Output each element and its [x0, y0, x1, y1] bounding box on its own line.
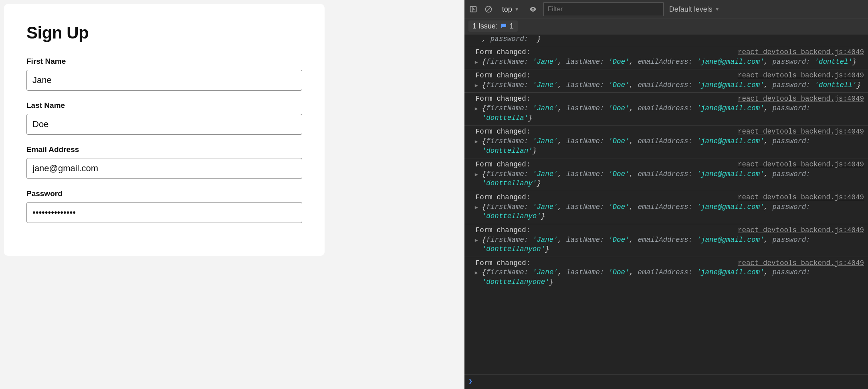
- prompt-caret-icon: ❯: [468, 377, 473, 385]
- chevron-down-icon: ▼: [715, 6, 720, 12]
- issues-count: 1: [510, 21, 514, 31]
- console-log-entry: react_devtools_backend.js:4049Form chang…: [464, 224, 868, 257]
- log-source-link[interactable]: react_devtools_backend.js:4049: [738, 259, 864, 268]
- first-name-label: First Name: [26, 57, 302, 66]
- field-last-name: Last Name: [26, 101, 302, 135]
- email-label: Email Address: [26, 145, 302, 154]
- field-first-name: First Name: [26, 57, 302, 91]
- app-page: Sign Up First Name Last Name Email Addre…: [0, 0, 464, 389]
- log-source-link[interactable]: react_devtools_backend.js:4049: [738, 226, 864, 235]
- log-object[interactable]: ▶{firstName: 'Jane', lastName: 'Doe', em…: [476, 137, 864, 156]
- first-name-input[interactable]: [26, 70, 302, 91]
- log-object[interactable]: ▶{firstName: 'Jane', lastName: 'Doe', em…: [476, 203, 864, 221]
- execution-context-selector[interactable]: top ▼: [499, 3, 523, 16]
- svg-line-3: [486, 7, 491, 11]
- log-object[interactable]: ▶{firstName: 'Jane', lastName: 'Doe', em…: [476, 268, 864, 287]
- issues-label: 1 Issue:: [472, 21, 498, 31]
- log-source-link[interactable]: react_devtools_backend.js:4049: [738, 71, 864, 81]
- issues-chip[interactable]: 1 Issue: 1: [468, 20, 518, 32]
- field-password: Password: [26, 189, 302, 223]
- devtools-panel: top ▼ Default levels ▼ 1 Issue: 1 , pass…: [464, 0, 868, 389]
- execution-context-label: top: [502, 4, 512, 14]
- log-source-link[interactable]: react_devtools_backend.js:4049: [738, 193, 864, 203]
- password-input[interactable]: [26, 202, 302, 223]
- log-source-link[interactable]: react_devtools_backend.js:4049: [738, 160, 864, 170]
- console-log-entry: react_devtools_backend.js:4049Form chang…: [464, 191, 868, 224]
- console-log-entry: react_devtools_backend.js:4049Form chang…: [464, 158, 868, 191]
- log-object[interactable]: ▶{firstName: 'Jane', lastName: 'Doe', em…: [476, 81, 864, 90]
- console-filter-input[interactable]: [543, 2, 664, 16]
- expand-caret-icon[interactable]: ▶: [475, 269, 478, 277]
- expand-caret-icon[interactable]: ▶: [475, 237, 478, 244]
- email-input[interactable]: [26, 158, 302, 179]
- console-log-entry: react_devtools_backend.js:4049Form chang…: [464, 46, 868, 69]
- expand-caret-icon[interactable]: ▶: [475, 82, 478, 89]
- expand-caret-icon[interactable]: ▶: [475, 171, 478, 178]
- field-email: Email Address: [26, 145, 302, 179]
- console-log-entry: react_devtools_backend.js:4049Form chang…: [464, 69, 868, 92]
- log-partial-line: , password: }: [464, 34, 868, 46]
- log-source-link[interactable]: react_devtools_backend.js:4049: [738, 48, 864, 57]
- live-expression-icon[interactable]: [528, 4, 538, 14]
- signup-card: Sign Up First Name Last Name Email Addre…: [4, 4, 325, 256]
- log-object[interactable]: ▶{firstName: 'Jane', lastName: 'Doe', em…: [476, 104, 864, 123]
- expand-caret-icon[interactable]: ▶: [475, 105, 478, 113]
- log-source-link[interactable]: react_devtools_backend.js:4049: [738, 94, 864, 104]
- expand-caret-icon[interactable]: ▶: [475, 138, 478, 146]
- log-object[interactable]: ▶{firstName: 'Jane', lastName: 'Doe', em…: [476, 170, 864, 188]
- expand-caret-icon[interactable]: ▶: [475, 59, 478, 66]
- password-label: Password: [26, 189, 302, 198]
- expand-caret-icon[interactable]: ▶: [475, 204, 478, 211]
- last-name-input[interactable]: [26, 114, 302, 135]
- clear-console-icon[interactable]: [484, 4, 493, 14]
- devtools-toolbar: top ▼ Default levels ▼: [464, 0, 868, 19]
- issues-bar: 1 Issue: 1: [464, 19, 868, 34]
- last-name-label: Last Name: [26, 101, 302, 110]
- svg-point-4: [532, 8, 533, 10]
- console-log-entry: react_devtools_backend.js:4049Form chang…: [464, 125, 868, 158]
- log-object[interactable]: ▶{firstName: 'Jane', lastName: 'Doe', em…: [476, 235, 864, 254]
- log-levels-selector[interactable]: Default levels ▼: [669, 4, 721, 14]
- log-object[interactable]: ▶{firstName: 'Jane', lastName: 'Doe', em…: [476, 57, 864, 67]
- log-source-link[interactable]: react_devtools_backend.js:4049: [738, 127, 864, 137]
- log-levels-label: Default levels: [669, 4, 713, 14]
- chevron-down-icon: ▼: [515, 6, 519, 12]
- toggle-console-sidebar-icon[interactable]: [468, 4, 478, 14]
- console-filter: [543, 2, 664, 16]
- console-log-entry: react_devtools_backend.js:4049Form chang…: [464, 92, 868, 125]
- console-log-area[interactable]: , password: } react_devtools_backend.js:…: [464, 34, 868, 374]
- message-icon: [500, 22, 507, 30]
- console-prompt[interactable]: ❯: [464, 374, 868, 389]
- page-title: Sign Up: [26, 23, 302, 43]
- console-log-entry: react_devtools_backend.js:4049Form chang…: [464, 257, 868, 290]
- svg-rect-0: [470, 6, 476, 12]
